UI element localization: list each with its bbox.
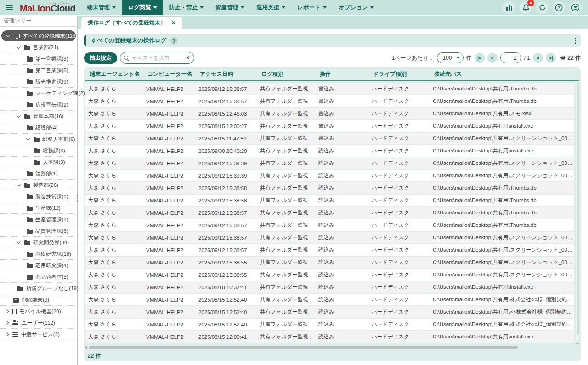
- tree-expander-icon[interactable]: [5, 321, 9, 325]
- tree-item[interactable]: 法務部(1): [0, 168, 77, 180]
- prev-page-button[interactable]: <: [487, 53, 498, 63]
- tree-item[interactable]: 中継サービス(2): [0, 329, 77, 340]
- tree-item[interactable]: モバイル機器(20): [0, 306, 77, 317]
- table-row[interactable]: 大森 さくらVMMAL-HELP22025/08/15 12:52:40共有フォ…: [85, 306, 574, 318]
- column-header[interactable]: ドライブ種別: [370, 70, 431, 78]
- help-icon[interactable]: ?: [553, 1, 565, 14]
- chart-icon[interactable]: [503, 1, 515, 14]
- table-row[interactable]: 大森 さくらVMMAL-HELP22025/08/15 12:52:40共有フォ…: [85, 319, 574, 330]
- table-row[interactable]: 大森 さくらVMMAL-HELP22025/09/12 15:39:39共有フォ…: [85, 157, 574, 169]
- tree-item[interactable]: 第一営業課(3): [0, 53, 77, 65]
- tree-item[interactable]: 広報宣伝課(2): [0, 99, 77, 111]
- tree-item[interactable]: ユーザー(112): [0, 317, 77, 329]
- tree-expander-icon[interactable]: [26, 136, 30, 140]
- vertical-scroll-thumb[interactable]: [577, 84, 579, 335]
- table-row[interactable]: 大森 さくらVMMAL-HELP22025/09/12 15:38:55共有フォ…: [85, 269, 574, 281]
- tree-item[interactable]: 製造技術課(1): [0, 191, 77, 202]
- extract-settings-button[interactable]: 抽出設定: [84, 52, 117, 64]
- sidebar-resize-handle[interactable]: [75, 195, 79, 202]
- bell-icon[interactable]: 4: [520, 1, 532, 14]
- horizontal-scroll-thumb[interactable]: [89, 346, 518, 349]
- search-clear-icon[interactable]: ✕: [186, 55, 190, 61]
- table-cell: 読込み: [316, 234, 369, 241]
- column-header[interactable]: コンピューター名: [145, 70, 197, 78]
- tree-expander-icon[interactable]: [17, 240, 21, 243]
- table-row[interactable]: 大森 さくらVMMAL-HELP22025/09/12 15:38:57共有フォ…: [85, 207, 574, 219]
- kebab-menu-icon[interactable]: [575, 38, 576, 44]
- column-header[interactable]: ログ種別: [259, 70, 317, 78]
- table-row[interactable]: 大森 さくらVMMAL-HELP22025/09/12 15:38:57共有フォ…: [85, 83, 574, 95]
- tree-item[interactable]: マーケティング課(2): [0, 88, 77, 99]
- tree-item[interactable]: 管理本部(16): [0, 111, 77, 122]
- tab-close-icon[interactable]: ✕: [171, 20, 176, 26]
- table-row[interactable]: 大森 さくらVMMAL-HELP22025/08/18 10:37:41共有フォ…: [85, 281, 574, 293]
- table-cell: 大森 さくら: [85, 284, 143, 291]
- tree-item[interactable]: 販売推進課(9): [0, 76, 77, 88]
- tree-expander-icon[interactable]: [17, 182, 21, 186]
- tree-item[interactable]: すべての登録端末(116): [1, 30, 76, 41]
- nav-item-ログ閲覧[interactable]: ログ閲覧: [122, 0, 163, 15]
- tree-item[interactable]: 製造部(26): [0, 180, 77, 191]
- nav-item-防止・禁止[interactable]: 防止・禁止: [163, 0, 210, 15]
- table-row[interactable]: 大森 さくらVMMAL-HELP22025/08/15 12:00:41共有フォ…: [85, 331, 574, 343]
- table-row[interactable]: 大森 さくらVMMAL-HELP22025/09/12 15:38:57共有フォ…: [85, 95, 574, 107]
- tab-operation-log[interactable]: 操作ログ［すべての登録端末］ ✕: [81, 17, 182, 29]
- refresh-icon[interactable]: [536, 1, 548, 14]
- table-row[interactable]: 大森 さくらVMMAL-HELP22025/09/12 15:38:57共有フォ…: [85, 232, 574, 243]
- table-row[interactable]: 大森 さくらVMMAL-HELP22025/09/12 15:39:39共有フォ…: [85, 170, 574, 181]
- vertical-scrollbar[interactable]: [576, 84, 579, 340]
- table-row[interactable]: 大森 さくらVMMAL-HELP22025/08/15 12:46:03共有フォ…: [85, 108, 574, 119]
- tree-item[interactable]: 品質管理課(6): [0, 225, 77, 237]
- nav-item-オプション[interactable]: オプション: [333, 0, 380, 15]
- nav-item-運用支援[interactable]: 運用支援: [250, 0, 291, 15]
- tree-expander-icon[interactable]: [17, 45, 21, 48]
- table-row[interactable]: 大森 さくらVMMAL-HELP22025/08/15 11:47:59共有フォ…: [85, 133, 574, 144]
- tree-item[interactable]: 所属グループなし(19): [0, 283, 77, 294]
- tree-item[interactable]: 商品企画室(3): [0, 271, 77, 283]
- tree-item[interactable]: 生産課(12): [0, 202, 77, 214]
- tree-node-icon: [17, 287, 23, 291]
- scroll-down-arrow-icon[interactable]: [576, 343, 579, 345]
- column-header[interactable]: 端末エージェント名: [87, 70, 145, 78]
- account-icon[interactable]: [569, 1, 582, 14]
- tree-item[interactable]: 研究開発部(34): [0, 237, 77, 248]
- table-row[interactable]: 大森 さくらVMMAL-HELP22025/09/30 20:40:20共有フォ…: [85, 145, 574, 157]
- column-header[interactable]: 接続先パス: [431, 70, 573, 78]
- table-row[interactable]: 大森 さくらVMMAL-HELP22025/08/15 12:00:27共有フォ…: [85, 120, 574, 132]
- table-row[interactable]: 大森 さくらVMMAL-HELP22025/09/12 15:38:57共有フォ…: [85, 244, 574, 256]
- page-number-input[interactable]: [500, 52, 521, 63]
- nav-item-端末管理[interactable]: 端末管理: [81, 0, 122, 15]
- tree-expander-icon[interactable]: [6, 33, 10, 37]
- tree-item[interactable]: 営業部(21): [0, 42, 77, 53]
- panel-help-icon[interactable]: ?: [170, 37, 178, 45]
- nav-item-資産管理[interactable]: 資産管理: [209, 0, 250, 15]
- nav-item-レポート[interactable]: レポート: [291, 0, 333, 15]
- column-header[interactable]: 操作↑: [317, 70, 370, 78]
- table-row[interactable]: 大森 さくらVMMAL-HELP22025/09/12 15:38:58共有フォ…: [85, 195, 574, 206]
- column-header[interactable]: アクセス日時: [197, 70, 259, 78]
- tree-item[interactable]: 総務課(3): [0, 145, 77, 157]
- table-row[interactable]: 大森 さくらVMMAL-HELP22025/09/12 15:38:57共有フォ…: [85, 219, 574, 231]
- tree-item[interactable]: 生産管理課(2): [0, 214, 77, 225]
- tree-item[interactable]: 削除端末(0): [0, 294, 77, 306]
- tree-expander-icon[interactable]: [17, 113, 21, 117]
- hamburger-menu-icon[interactable]: [3, 1, 15, 13]
- tree-item[interactable]: 第二営業課(5): [0, 65, 77, 76]
- per-page-select[interactable]: 100: [437, 52, 464, 63]
- tree-item[interactable]: 総務人事部(6): [0, 134, 77, 145]
- next-page-button[interactable]: >: [533, 53, 543, 63]
- last-page-button[interactable]: >|: [546, 53, 556, 63]
- table-row[interactable]: 大森 さくらVMMAL-HELP22025/09/12 15:38:55共有フォ…: [85, 257, 574, 268]
- table-row[interactable]: 大森 さくらVMMAL-HELP22025/08/15 12:52:40共有フォ…: [85, 294, 574, 305]
- tree-item[interactable]: 基礎研究課(18): [0, 248, 77, 260]
- scroll-left-arrow-icon[interactable]: [85, 346, 87, 349]
- tree-item[interactable]: 人事課(3): [0, 157, 77, 168]
- tree-expander-icon[interactable]: [5, 309, 9, 313]
- horizontal-scrollbar[interactable]: [87, 346, 574, 349]
- search-input[interactable]: [132, 55, 183, 61]
- first-page-button[interactable]: |<: [475, 53, 485, 63]
- tree-item[interactable]: 応用研究課(4): [0, 260, 77, 271]
- tree-expander-icon[interactable]: [5, 332, 9, 336]
- tree-item[interactable]: 経理部(4): [0, 122, 77, 134]
- table-row[interactable]: 大森 さくらVMMAL-HELP22025/09/12 15:38:58共有フォ…: [85, 182, 574, 194]
